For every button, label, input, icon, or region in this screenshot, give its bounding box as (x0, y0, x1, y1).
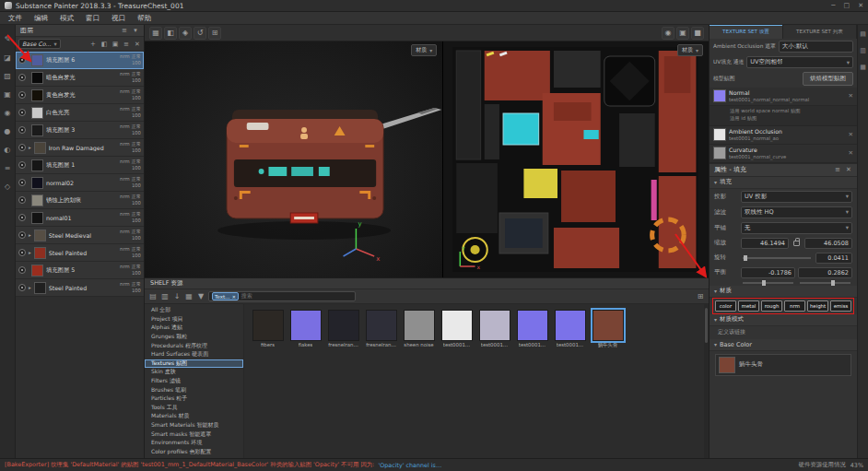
base-color-section-header[interactable]: ▾Base Color (710, 339, 857, 351)
shelf-resource[interactable]: 躺牛头骨 (591, 310, 625, 348)
menu-item[interactable]: 视口 (106, 13, 131, 24)
scale-x-input[interactable]: 46.1494 (741, 238, 789, 249)
填充图层 5[interactable]: 填充图层 5 nrm 正常100 (16, 262, 144, 279)
material-mode-section-header[interactable]: ▾材质模式 (710, 314, 857, 326)
split-view-icon[interactable]: ◧ (164, 27, 177, 40)
layer-expand-icon[interactable]: ▸ (29, 285, 31, 290)
menu-item[interactable]: 文件 (3, 13, 28, 24)
blend-mode-dropdown[interactable]: Base Co...▾ (18, 39, 61, 49)
shelf-resource[interactable]: test0001… (477, 310, 511, 348)
polygon-fill-tool-icon[interactable]: ▣ (2, 88, 14, 100)
smudge-tool-icon[interactable]: ◉ (2, 107, 14, 119)
projection-tool-icon[interactable]: ▨ (2, 70, 14, 82)
new-folder-icon[interactable]: ▤ (149, 292, 157, 300)
minimize-button[interactable]: ─ (831, 2, 835, 9)
menu-item[interactable]: 模式 (54, 13, 79, 24)
close-button[interactable]: ✕ (858, 2, 863, 9)
tab-texture-set-list[interactable]: TEXTURE SET 列表 (783, 25, 857, 39)
channel-button[interactable]: rough (761, 300, 782, 312)
shelf-category[interactable]: Color profiles 色彩配置 (145, 448, 243, 457)
layers-panel-menu-icon[interactable]: ≡ (121, 27, 128, 34)
Steel Medieval[interactable]: ▸ Steel Medieval nrm 正常100 (16, 227, 144, 244)
layer-visibility-icon[interactable] (18, 161, 26, 169)
effects-tool-icon[interactable]: ◇ (2, 181, 14, 193)
Normal[interactable]: Normaltest0001_normal_normal_normal ✕ (710, 88, 857, 106)
bake-mesh-maps-button[interactable]: 烘焙模型贴图 (803, 72, 853, 86)
Iron Raw Damaged[interactable]: ▸ Iron Raw Damaged nrm 正常100 (16, 139, 144, 157)
collapsed-panel-icon-1[interactable]: ▤ (860, 30, 867, 38)
remove-mesh-map-icon[interactable]: ✕ (849, 92, 853, 100)
shelf-category[interactable]: Materials 材质 (145, 412, 243, 421)
panel-options-icon[interactable]: ≡ (834, 166, 841, 173)
material-section-header[interactable]: ▾材质 (710, 286, 857, 298)
channel-button[interactable]: color (715, 300, 736, 312)
add-folder-icon[interactable]: ▣ (111, 41, 119, 48)
shelf-scrollbar[interactable] (704, 304, 709, 458)
shader-dropdown-2d[interactable]: 材质▾ (677, 44, 703, 56)
snap-grid-icon[interactable]: ⊞ (208, 27, 221, 40)
shelf-category[interactable]: Textures 贴图 (145, 359, 243, 369)
delete-layer-icon[interactable]: ✕ (134, 41, 141, 48)
layer-visibility-icon[interactable] (18, 144, 26, 151)
layer-visibility-icon[interactable] (18, 179, 26, 186)
rotate-view-icon[interactable]: ↺ (194, 27, 206, 40)
layer-visibility-icon[interactable] (18, 91, 26, 99)
display-settings-icon[interactable]: ▣ (676, 27, 689, 40)
shelf-category[interactable]: Grunges 颗粒 (145, 333, 243, 342)
menu-item[interactable]: 编辑 (29, 13, 53, 24)
layer-visibility-icon[interactable] (18, 56, 26, 64)
channel-button[interactable]: nrm (784, 300, 805, 312)
clone-tool-icon[interactable]: ● (2, 125, 14, 137)
viewport-3d[interactable]: x y 材质▾ (145, 41, 443, 277)
collapsed-panel-icon-3[interactable]: ▦ (860, 64, 867, 71)
Ambient Occlusion[interactable]: Ambient Occlusiontest0001_normal_ao ✕ (710, 126, 857, 145)
quick-mask-tool-icon[interactable]: ≡ (2, 162, 14, 174)
texture-set-grid-icon[interactable]: ▦ (149, 27, 162, 40)
shelf-resource[interactable]: test0001… (440, 310, 474, 348)
shelf-category[interactable]: Alphas 透贴 (145, 324, 243, 333)
remove-mesh-map-icon[interactable]: ✕ (849, 149, 853, 157)
shelf-resource[interactable]: fresnelran… (326, 310, 360, 348)
balance-x-input[interactable]: -0.1786 (741, 267, 795, 278)
remove-mesh-map-icon[interactable]: ✕ (849, 131, 853, 138)
ao-size-field[interactable]: 大小:默认 (779, 41, 853, 53)
material-picker-tool-icon[interactable]: ◐ (2, 144, 14, 156)
maximize-button[interactable]: □ (844, 2, 850, 9)
layer-visibility-icon[interactable] (18, 196, 26, 204)
tab-texture-set-settings[interactable]: TEXTURE SET 设置 (710, 25, 783, 39)
layers-panel-collapse-icon[interactable]: ▾ (132, 27, 139, 34)
shelf-category[interactable]: Hard Surfaces 硬表面 (145, 350, 243, 359)
layer-visibility-icon[interactable] (18, 284, 26, 291)
填充图层 1[interactable]: 填充图层 1 nrm 正常100 (16, 157, 144, 174)
symmetry-icon[interactable]: ◈ (179, 27, 192, 40)
黄色自发光[interactable]: 黄色自发光 nrm 正常100 (16, 87, 144, 104)
add-fill-layer-icon[interactable]: ◧ (100, 41, 108, 48)
shelf-resource[interactable]: fibers (251, 310, 285, 348)
view-grid-icon[interactable]: ▦ (185, 292, 193, 300)
layer-visibility-icon[interactable] (18, 126, 26, 134)
collapsed-panel-icon-2[interactable]: ▥ (860, 47, 867, 54)
eraser-tool-icon[interactable]: ◪ (2, 52, 14, 64)
search-filter-chip[interactable]: Text…✕ (212, 292, 239, 300)
uv-padding-dropdown[interactable]: UV空间相邻▾ (746, 56, 853, 68)
shelf-category[interactable]: Filters 滤镜 (145, 377, 243, 386)
fill-section-header[interactable]: ▾填充 (710, 177, 857, 189)
chip-close-icon[interactable]: ✕ (232, 294, 236, 300)
暗色自发光[interactable]: 暗色自发光 nrm 正常100 (16, 69, 144, 87)
shelf-resource[interactable]: flakes (288, 310, 323, 348)
shelf-category[interactable]: Smart Materials 智能材质 (145, 421, 243, 430)
nomal01[interactable]: nomal01 nrm 正常100 (16, 209, 144, 227)
shelf-category[interactable]: Environments 环境 (145, 439, 243, 448)
scale-link-lock-icon[interactable] (793, 241, 800, 246)
projection-dropdown[interactable]: UV 投影▾ (741, 191, 852, 203)
Steel Painted[interactable]: ▸ Steel Painted nrm 正常100 (16, 279, 144, 297)
shelf-resource[interactable]: test0001… (553, 310, 587, 348)
panel-close-icon[interactable]: ✕ (845, 166, 852, 173)
shelf-category[interactable]: All 全部 (145, 306, 243, 315)
shelf-category[interactable]: Project 项目 (145, 315, 243, 324)
shelf-resource[interactable]: test0001… (515, 310, 549, 348)
白色光亮[interactable]: 白色光亮 nrm 正常100 (16, 104, 144, 122)
download-resource-icon[interactable]: ↓ (173, 292, 181, 300)
filtering-dropdown[interactable]: 双线性 HQ▾ (741, 206, 852, 218)
channel-button[interactable]: metal (738, 300, 759, 312)
